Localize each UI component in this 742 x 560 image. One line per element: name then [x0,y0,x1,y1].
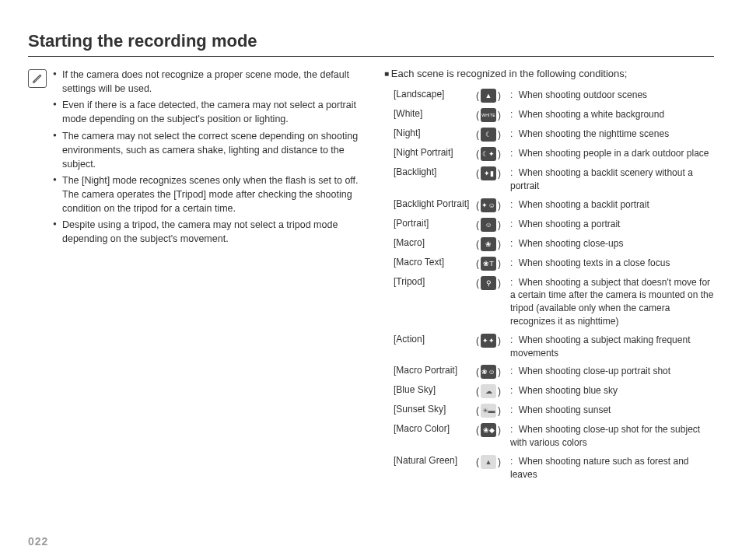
landscape-icon: ▲ [481,89,496,103]
scene-row: [Tripod](⚲): When shooting a subject tha… [394,276,714,328]
scene-table: [Landscape](▲): When shooting outdoor sc… [384,89,714,481]
scene-intro: Each scene is recognized in the followin… [384,68,714,79]
scene-description: : When shooting outdoor scenes [510,89,714,102]
scene-row: [White](WHITE): When shooting a white ba… [394,108,714,122]
scene-icon-cell: (❀☺) [476,365,510,379]
scene-name: [Night] [394,128,476,138]
scene-name: [Tripod] [394,276,476,287]
scene-description: : When shooting nature such as forest an… [510,455,714,481]
night-portrait-icon: ☾✦ [481,147,496,161]
sunset-sky-icon: ☀▬ [481,404,496,418]
night-icon: ☾ [481,128,496,142]
tripod-icon: ⚲ [481,276,496,290]
scene-icon-cell: (WHITE) [476,108,510,122]
note-icon [28,69,47,88]
scene-icon-cell: (❀T) [476,257,510,271]
scene-row: [Backlight Portrait](✦☺): When shooting … [394,198,714,212]
scene-row: [Night Portrait](☾✦): When shooting peop… [394,147,714,161]
scene-row: [Natural Green](▲): When shooting nature… [394,455,714,481]
scene-name: [Macro Color] [394,423,476,434]
scene-description: : When shooting a portrait [510,218,714,231]
scene-icon-cell: (✦✦) [476,334,510,348]
white-icon: WHITE [481,108,496,122]
scene-icon-cell: (▲) [476,455,510,469]
action-icon: ✦✦ [481,334,496,348]
scene-row: [Macro Portrait](❀☺): When shooting clos… [394,365,714,379]
scene-description: : When shooting texts in a close focus [510,257,714,270]
scene-description: : When shooting close-ups [510,237,714,250]
scene-description: : When shooting the nighttime scenes [510,128,714,141]
notes-column: If the camera does not recognize a prope… [28,68,362,487]
scene-icon-cell: (❀) [476,237,510,251]
portrait-icon: ☺ [481,218,496,232]
note-item: Even if there is a face detected, the ca… [53,98,362,126]
scene-row: [Night](☾): When shooting the nighttime … [394,128,714,142]
scene-name: [Landscape] [394,89,476,100]
scene-name: [White] [394,108,476,119]
scene-icon-cell: (☺) [476,218,510,232]
scene-name: [Portrait] [394,218,476,229]
scene-name: [Natural Green] [394,455,476,466]
note-item: Despite using a tripod, the camera may n… [53,218,362,246]
scene-name: [Macro Text] [394,257,476,268]
scene-name: [Backlight Portrait] [394,198,476,209]
scene-name: [Macro] [394,237,476,248]
scene-icon-cell: (✦☺) [476,198,510,212]
macro-portrait-icon: ❀☺ [481,365,496,379]
scene-description: : When shooting close-up shot for the su… [510,423,714,450]
scene-row: [Macro Text](❀T): When shooting texts in… [394,257,714,271]
scene-row: [Backlight](✦▮): When shooting a backlit… [394,166,714,193]
scene-icon-cell: (☾) [476,128,510,142]
scene-name: [Sunset Sky] [394,404,476,415]
scenes-column: Each scene is recognized in the followin… [384,68,714,487]
scene-description: : When shooting close-up portrait shot [510,365,714,378]
scene-description: : When shooting people in a dark outdoor… [510,147,714,160]
scene-icon-cell: (✦▮) [476,166,510,180]
backlight-portrait-icon: ✦☺ [481,198,496,212]
content-columns: If the camera does not recognize a prope… [28,68,714,487]
note-item: The [Night] mode recognizes scenes only … [53,173,362,215]
scene-name: [Blue Sky] [394,384,476,395]
notes-list: If the camera does not recognize a prope… [53,68,362,487]
page-title: Starting the recording mode [28,31,714,51]
scene-description: : When shooting sunset [510,404,714,417]
scene-row: [Portrait](☺): When shooting a portrait [394,218,714,232]
scene-icon-cell: (☁) [476,384,510,398]
scene-icon-cell: (⚲) [476,276,510,290]
scene-name: [Backlight] [394,166,476,177]
macro-icon: ❀ [481,237,496,251]
scene-name: [Action] [394,334,476,345]
title-divider [28,56,714,57]
scene-icon-cell: (❀◆) [476,423,510,437]
scene-description: : When shooting blue sky [510,384,714,397]
scene-row: [Macro Color](❀◆): When shooting close-u… [394,423,714,450]
scene-description: : When shooting a backlit scenery withou… [510,166,714,193]
scene-row: [Macro](❀): When shooting close-ups [394,237,714,251]
note-item: The camera may not select the correct sc… [53,129,362,171]
page-number: 022 [28,535,48,548]
natural-green-icon: ▲ [481,455,496,469]
scene-icon-cell: (☾✦) [476,147,510,161]
scene-icon-cell: (☀▬) [476,404,510,418]
scene-row: [Landscape](▲): When shooting outdoor sc… [394,89,714,103]
scene-icon-cell: (▲) [476,89,510,103]
scene-name: [Macro Portrait] [394,365,476,376]
scene-description: : When shooting a white background [510,108,714,121]
scene-name: [Night Portrait] [394,147,476,158]
blue-sky-icon: ☁ [481,384,496,398]
scene-description: : When shooting a backlit portrait [510,198,714,212]
scene-row: [Action](✦✦): When shooting a subject ma… [394,334,714,360]
scene-row: [Blue Sky](☁): When shooting blue sky [394,384,714,398]
macro-text-icon: ❀T [481,257,496,271]
note-item: If the camera does not recognize a prope… [53,68,362,96]
backlight-icon: ✦▮ [481,166,496,180]
scene-description: : When shooting a subject that doesn't m… [510,276,714,328]
scene-row: [Sunset Sky](☀▬): When shooting sunset [394,404,714,418]
macro-color-icon: ❀◆ [481,423,496,437]
scene-description: : When shooting a subject making frequen… [510,334,714,360]
